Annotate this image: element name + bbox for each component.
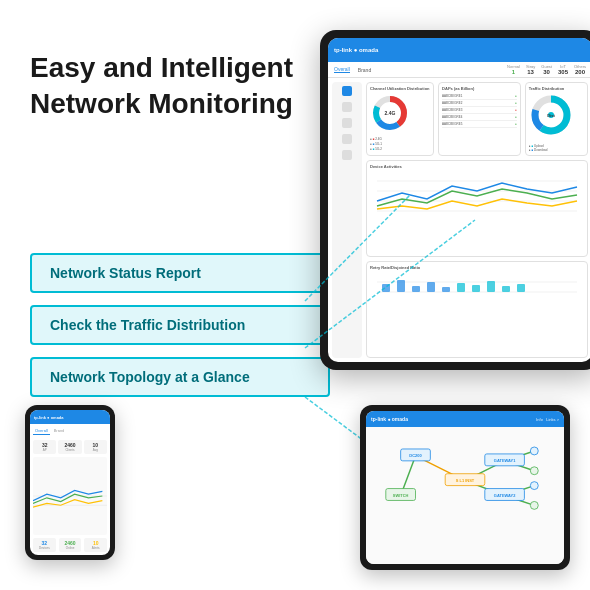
phone-body: Overall Brand 32 AP 2460 Clients [30, 424, 110, 555]
topology-tablet-mockup: tp-link ● omada Info Links > [360, 405, 570, 570]
feature-label-traffic-dist: Check the Traffic Distribution [50, 317, 245, 333]
svg-point-49 [530, 447, 538, 455]
nav-icon-home[interactable] [342, 86, 352, 96]
topology-logo: tp-link ● omada [371, 416, 408, 422]
svg-rect-18 [412, 286, 420, 292]
topology-tablet-screen: tp-link ● omada Info Links > [366, 411, 564, 564]
main-container: Easy and Intelligent Network Monitoring … [0, 0, 590, 590]
retry-rate-widget: Retry Rate/Disjoined Ratio [366, 261, 588, 358]
svg-point-51 [530, 482, 538, 490]
dashboard: tp-link ● omada Overall Brand Normal1 St… [328, 38, 590, 362]
feature-item-topology[interactable]: Network Topology at a Glance [30, 357, 330, 397]
svg-rect-20 [442, 287, 450, 292]
widgets-top-row: Channel Utilization Distribution 2.4G [366, 82, 588, 156]
device-activities-chart [370, 171, 584, 221]
channel-util-widget: Channel Utilization Distribution 2.4G [366, 82, 434, 156]
svg-point-50 [530, 467, 538, 475]
tablet-mockup: tp-link ● omada Overall Brand Normal1 St… [320, 30, 590, 370]
feature-label-network-status: Network Status Report [50, 265, 201, 281]
daps-widget: DAPs (as Billion) AABCBEGRE1● AABCBEGRE2… [438, 82, 521, 156]
traffic-title: Traffic Distribution [529, 86, 584, 91]
svg-rect-25 [517, 284, 525, 292]
phone-screen: tp-link ● omada Overall Brand 32 AP [30, 410, 110, 555]
retry-rate-title: Retry Rate/Disjoined Ratio [370, 265, 584, 270]
phone-stat-clients: 2460 Clients [58, 440, 81, 454]
phone-stat-extra2: 2460 Online [59, 538, 82, 552]
tablet-screen: tp-link ● omada Overall Brand Normal1 St… [328, 38, 590, 362]
daps-title: DAPs (as Billion) [442, 86, 517, 91]
svg-text:GATEWAY2: GATEWAY2 [494, 493, 516, 498]
svg-text:Dist: Dist [547, 113, 555, 118]
phone-stat-avg: 10 Avg [84, 440, 107, 454]
svg-text:2.4G: 2.4G [385, 110, 396, 116]
nav-icon-devices[interactable] [342, 134, 352, 144]
channel-util-chart: 2.4G [370, 93, 410, 133]
device-activities-title: Device Activities [370, 164, 584, 169]
phone-stats-row: 32 AP 2460 Clients 10 Avg [33, 440, 107, 454]
svg-rect-16 [382, 284, 390, 292]
phone-stat-extra1: 32 Devices [33, 538, 56, 552]
page-title: Easy and Intelligent Network Monitoring [30, 50, 330, 123]
svg-rect-22 [472, 285, 480, 292]
svg-rect-21 [457, 283, 465, 292]
phone-logo: tp-link ● omada [34, 415, 64, 420]
nav-icon-settings[interactable] [342, 118, 352, 128]
feature-label-topology: Network Topology at a Glance [50, 369, 250, 385]
svg-rect-24 [502, 286, 510, 292]
feature-item-traffic-dist[interactable]: Check the Traffic Distribution [30, 305, 330, 345]
dash-logo: tp-link ● omada [334, 47, 378, 53]
phone-header: tp-link ● omada [30, 410, 110, 424]
svg-rect-17 [397, 280, 405, 292]
svg-text:GATEWAY1: GATEWAY1 [494, 458, 516, 463]
svg-text:SWITCH: SWITCH [393, 493, 409, 498]
topology-svg: DC200 SWITCH S L1 INST GATEWAY1 GATEWAY2 [366, 427, 564, 564]
phone-dashboard: tp-link ● omada Overall Brand 32 AP [30, 410, 110, 555]
retry-rate-chart [370, 272, 584, 302]
dash-main-content: Channel Utilization Distribution 2.4G [366, 82, 588, 358]
phone-stat-extra3: 10 Alerts [84, 538, 107, 552]
nav-icon-chart[interactable] [342, 102, 352, 112]
nav-icon-alerts[interactable] [342, 150, 352, 160]
dash-nav: Overall Brand Normal1 Stray13 Guest30 Io… [328, 62, 590, 78]
svg-text:DC200: DC200 [409, 453, 422, 458]
svg-rect-23 [487, 281, 495, 292]
svg-rect-19 [427, 282, 435, 292]
phone-stat-ap: 32 AP [33, 440, 56, 454]
phone-mockup: tp-link ● omada Overall Brand 32 AP [25, 405, 115, 560]
traffic-widget: Traffic Distribution Dist ● ■ Upload [525, 82, 588, 156]
device-activities-widget: Device Activities [366, 160, 588, 257]
svg-text:S L1 INST: S L1 INST [456, 478, 475, 483]
traffic-chart: Dist [529, 93, 574, 138]
left-content: Easy and Intelligent Network Monitoring … [30, 50, 330, 397]
phone-chart [33, 457, 107, 535]
dash-header: tp-link ● omada [328, 38, 590, 62]
dash-left-panel [332, 82, 362, 358]
topology-body: DC200 SWITCH S L1 INST GATEWAY1 GATEWAY2 [366, 427, 564, 564]
topology-header: tp-link ● omada Info Links > [366, 411, 564, 427]
nav-brand[interactable]: Brand [358, 67, 371, 73]
nav-overall[interactable]: Overall [334, 66, 350, 73]
channel-util-title: Channel Utilization Distribution [370, 86, 430, 91]
dash-body: Channel Utilization Distribution 2.4G [328, 78, 590, 362]
svg-point-52 [530, 501, 538, 509]
feature-item-network-status[interactable]: Network Status Report [30, 253, 330, 293]
feature-list: Network Status Report Check the Traffic … [30, 253, 330, 397]
